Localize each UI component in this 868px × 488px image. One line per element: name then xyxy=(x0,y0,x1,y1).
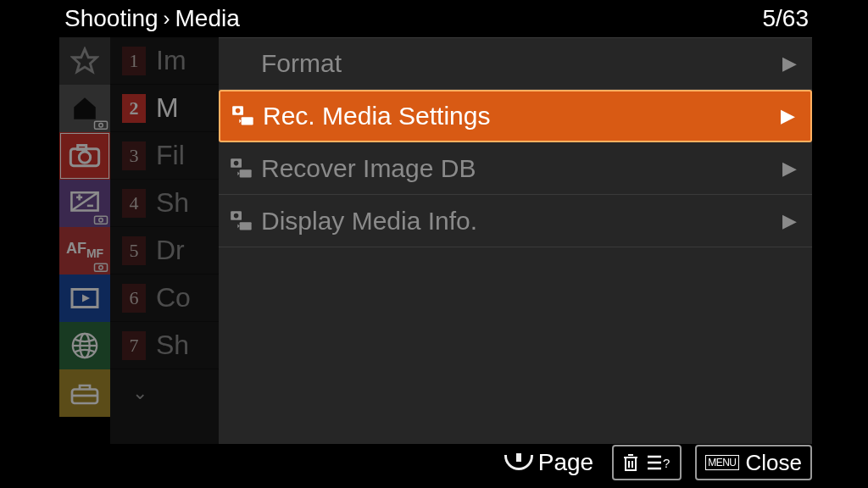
section-index-label: Sh xyxy=(156,187,189,219)
still-video-icon xyxy=(231,104,256,128)
page-counter: 5/63 xyxy=(763,5,810,32)
tab-playback[interactable] xyxy=(59,274,110,322)
footer-hints: Page ? MENU Close xyxy=(59,442,812,483)
menu-item-label: Rec. Media Settings xyxy=(263,102,774,130)
section-index-label: Im xyxy=(156,45,186,76)
svg-point-12 xyxy=(99,219,103,223)
svg-rect-34 xyxy=(626,458,636,470)
wheel-icon xyxy=(504,455,533,470)
still-video-icon xyxy=(229,157,254,180)
page-hint-label: Page xyxy=(538,449,593,476)
menu-item-rec-media-settings[interactable]: Rec. Media Settings ▶ xyxy=(219,90,812,142)
svg-rect-1 xyxy=(95,121,108,129)
tab-network[interactable] xyxy=(59,322,110,369)
section-index-badge: 1 xyxy=(122,47,146,75)
tab-setup[interactable] xyxy=(59,369,110,417)
breadcrumb-page: Media xyxy=(175,5,240,32)
section-index-badge: 6 xyxy=(122,284,146,313)
close-button[interactable]: MENU Close xyxy=(695,445,812,480)
menu-badge-icon: MENU xyxy=(705,455,738,470)
page-hint: Page xyxy=(504,449,593,476)
section-index-badge: 5 xyxy=(122,236,146,265)
close-button-label: Close xyxy=(746,450,802,476)
tab-focus[interactable]: AFMF xyxy=(59,227,110,274)
tab-exposure[interactable] xyxy=(59,180,110,227)
svg-text:?: ? xyxy=(663,456,670,470)
menu-item-recover-image-db[interactable]: Recover Image DB ▶ xyxy=(219,142,812,195)
tab-main[interactable] xyxy=(59,85,110,132)
exposure-icon xyxy=(70,191,99,216)
tab-icon-column: AFMF xyxy=(59,37,110,417)
svg-rect-13 xyxy=(95,263,108,271)
camera-badge-icon xyxy=(93,214,108,225)
play-icon xyxy=(70,286,100,310)
help-button[interactable]: ? xyxy=(612,445,682,480)
section-index-item-2[interactable]: 2 M xyxy=(110,85,219,132)
section-index-label: M xyxy=(156,92,179,124)
svg-point-4 xyxy=(79,152,90,163)
menu-item-format[interactable]: Format ▶ xyxy=(219,37,812,90)
svg-point-2 xyxy=(99,124,103,128)
menu-item-label: Display Media Info. xyxy=(261,207,776,236)
menu-item-label: Format xyxy=(261,49,776,78)
breadcrumb: Shooting › Media xyxy=(64,5,240,32)
chevron-right-icon: ▶ xyxy=(782,210,797,232)
tab-shooting[interactable] xyxy=(59,132,110,180)
camera-icon xyxy=(68,142,102,169)
section-index-label: Fil xyxy=(156,140,185,171)
breadcrumb-separator-icon: › xyxy=(164,7,170,30)
svg-marker-29 xyxy=(237,171,239,175)
section-index-item-7[interactable]: 7 Sh xyxy=(110,322,219,369)
tab-favorites[interactable] xyxy=(59,37,110,85)
menu-item-label: Recover Image DB xyxy=(261,154,776,183)
still-video-icon xyxy=(229,209,254,233)
section-index-label: Co xyxy=(156,282,191,313)
svg-rect-32 xyxy=(240,222,252,230)
section-index-label: Dr xyxy=(156,235,185,266)
svg-point-31 xyxy=(234,213,239,218)
svg-marker-16 xyxy=(82,295,90,302)
toolbox-icon xyxy=(70,380,100,406)
list-question-icon: ? xyxy=(646,453,671,472)
afmf-icon: AFMF xyxy=(66,241,103,260)
chevron-down-icon: ⌄ xyxy=(132,382,147,404)
section-index-item-6[interactable]: 6 Co xyxy=(110,274,219,322)
section-index-badge: 4 xyxy=(122,189,146,218)
section-index-item-3[interactable]: 3 Fil xyxy=(110,132,219,180)
svg-marker-25 xyxy=(239,119,241,124)
camera-badge-icon xyxy=(93,119,108,130)
svg-rect-11 xyxy=(95,216,108,224)
menu-item-display-media-info[interactable]: Display Media Info. ▶ xyxy=(219,195,812,247)
section-index-scroll-down[interactable]: ⌄ xyxy=(110,369,219,417)
svg-point-27 xyxy=(234,160,239,165)
section-index-badge: 7 xyxy=(122,331,146,360)
chevron-right-icon: ▶ xyxy=(781,105,795,127)
chevron-right-icon: ▶ xyxy=(782,53,797,75)
chevron-right-icon: ▶ xyxy=(782,158,797,180)
section-index-column: 1 Im 2 M 3 Fil 4 Sh 5 Dr 6 Co xyxy=(110,37,219,444)
svg-line-7 xyxy=(71,192,97,210)
trash-icon xyxy=(622,452,639,473)
section-index-item-5[interactable]: 5 Dr xyxy=(110,227,219,274)
submenu-panel: Format ▶ Rec. Media Settings ▶ Recover I… xyxy=(219,37,812,444)
svg-marker-33 xyxy=(237,224,239,228)
breadcrumb-section: Shooting xyxy=(64,5,159,32)
svg-rect-24 xyxy=(242,117,253,125)
star-icon xyxy=(70,47,99,75)
section-index-badge: 2 xyxy=(122,94,146,123)
section-index-label: Sh xyxy=(156,330,189,361)
camera-badge-icon xyxy=(93,261,108,273)
svg-point-23 xyxy=(236,108,241,114)
svg-rect-5 xyxy=(78,146,86,150)
globe-icon xyxy=(70,331,99,360)
svg-point-14 xyxy=(99,266,103,270)
svg-rect-28 xyxy=(240,169,252,177)
section-index-badge: 3 xyxy=(122,141,146,170)
section-index-item-4[interactable]: 4 Sh xyxy=(110,180,219,227)
section-index-item-1[interactable]: 1 Im xyxy=(110,37,219,85)
svg-marker-0 xyxy=(73,49,97,72)
